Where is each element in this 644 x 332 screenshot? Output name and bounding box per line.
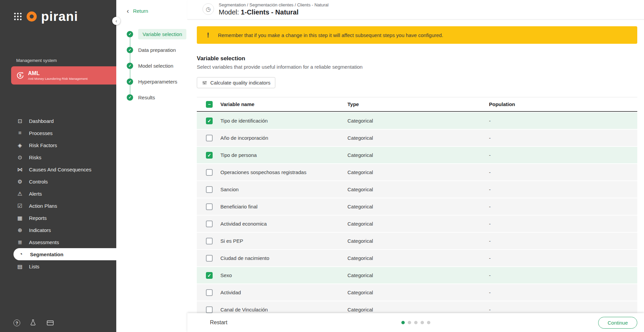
sidebar-item-label: Risks bbox=[29, 155, 41, 160]
row-variable-name: Ciudad de nacimiento bbox=[220, 255, 347, 261]
step-results[interactable]: ✓ Results bbox=[127, 90, 187, 105]
sidebar-item-causes-and-consequences[interactable]: ⋈ Causes And Consequences bbox=[0, 163, 116, 175]
row-checkbox[interactable] bbox=[206, 186, 213, 193]
row-variable-name: Beneficiario final bbox=[220, 204, 347, 209]
table-row[interactable]: Si es PEP Categorical - bbox=[197, 233, 637, 249]
sidebar-item-action-plans[interactable]: ☑ Action Plans bbox=[0, 200, 116, 212]
sidebar-item-controls[interactable]: ⚙ Controls bbox=[0, 175, 116, 188]
pagination-dot-5[interactable] bbox=[427, 321, 430, 324]
processes-icon: ≡ bbox=[17, 130, 23, 136]
card-icon[interactable] bbox=[47, 319, 54, 327]
sidebar-item-dashboard[interactable]: ⊡ Dashboard bbox=[0, 115, 116, 127]
row-population: - bbox=[489, 118, 637, 124]
table-row[interactable]: Año de incorporación Categorical - bbox=[197, 130, 637, 146]
table-row[interactable]: Actividad economica Categorical - bbox=[197, 215, 637, 232]
sidebar-item-reports[interactable]: ▦ Reports bbox=[0, 212, 116, 224]
column-header-variable-name[interactable]: Variable name bbox=[220, 101, 347, 107]
column-header-type[interactable]: Type bbox=[347, 101, 489, 107]
row-variable-name: Año de incorporación bbox=[220, 135, 347, 141]
row-population: - bbox=[489, 272, 637, 278]
sidebar-collapse-button[interactable]: ‹ bbox=[112, 17, 120, 25]
row-type: Categorical bbox=[347, 187, 489, 192]
sidebar-item-processes[interactable]: ≡ Processes bbox=[0, 127, 116, 139]
row-checkbox[interactable] bbox=[206, 135, 213, 141]
table-row[interactable]: Sancion Categorical - bbox=[197, 181, 637, 198]
sidebar-item-label: Segmentation bbox=[30, 252, 63, 257]
page-header: ◷ Segmentation / Segmentación clientes /… bbox=[187, 0, 644, 20]
table-row[interactable]: Tipo de identificación Categorical - bbox=[197, 112, 637, 129]
calculate-quality-button[interactable]: Calculate quality indicators bbox=[197, 77, 275, 88]
step-hyperparameters[interactable]: ✓ Hyperparameters bbox=[127, 74, 187, 90]
table-row[interactable]: Canal de Vinculación Categorical - bbox=[197, 301, 637, 313]
sidebar-item-risks[interactable]: ⊙ Risks bbox=[0, 151, 116, 163]
table-row[interactable]: Beneficiario final Categorical - bbox=[197, 198, 637, 215]
pagination-dot-2[interactable] bbox=[408, 321, 411, 324]
return-label: Return bbox=[133, 8, 148, 14]
row-checkbox[interactable] bbox=[206, 118, 213, 124]
table-row[interactable]: Actividad Categorical - bbox=[197, 284, 637, 301]
reports-icon: ▦ bbox=[17, 215, 23, 221]
row-checkbox[interactable] bbox=[206, 238, 213, 244]
table-row[interactable]: Ciudad de nacimiento Categorical - bbox=[197, 250, 637, 266]
row-checkbox[interactable] bbox=[206, 152, 213, 159]
step-model-selection[interactable]: ✓ Model selection bbox=[127, 58, 187, 74]
row-checkbox[interactable] bbox=[206, 272, 213, 279]
sidebar-item-risk-factors[interactable]: ◈ Risk Factors bbox=[0, 139, 116, 151]
row-type: Categorical bbox=[347, 135, 489, 141]
select-all-checkbox[interactable] bbox=[206, 101, 213, 108]
chevron-left-icon: ‹ bbox=[127, 7, 129, 14]
row-population: - bbox=[489, 135, 637, 141]
risks-icon: ⊙ bbox=[17, 154, 23, 161]
pagination-dot-3[interactable] bbox=[414, 321, 418, 324]
row-type: Categorical bbox=[347, 272, 489, 278]
sidebar-item-indicators[interactable]: ⊕ Indicators bbox=[0, 224, 116, 236]
step-check-icon: ✓ bbox=[127, 47, 133, 53]
breadcrumb[interactable]: Segmentation / Segmentación clientes / C… bbox=[219, 2, 329, 7]
row-variable-name: Actividad bbox=[220, 290, 347, 295]
row-population: - bbox=[489, 221, 637, 227]
variable-table: Variable name Type Population Tipo de id… bbox=[197, 97, 637, 313]
stepper-panel: ‹ Return ✓ Variable selection ✓ Data pre… bbox=[116, 0, 187, 332]
sidebar-item-label: Risk Factors bbox=[29, 142, 57, 148]
row-type: Categorical bbox=[347, 169, 489, 175]
pagination-dot-4[interactable] bbox=[421, 321, 424, 324]
row-checkbox[interactable] bbox=[206, 289, 213, 296]
return-button[interactable]: ‹ Return bbox=[116, 7, 187, 14]
sidebar-item-assessments[interactable]: ≣ Assessments bbox=[0, 236, 116, 248]
table-row[interactable]: Sexo Categorical - bbox=[197, 267, 637, 284]
table-row[interactable]: Tipo de persona Categorical - bbox=[197, 147, 637, 163]
brand-row: pirani bbox=[13, 10, 116, 23]
step-label: Data preparation bbox=[138, 47, 176, 53]
step-label: Model selection bbox=[138, 63, 173, 69]
controls-icon: ⚙ bbox=[17, 178, 23, 185]
sidebar-item-segmentation[interactable]: ◔ Segmentation bbox=[13, 248, 116, 260]
sidebar-item-alerts[interactable]: ⚠ Alerts bbox=[0, 188, 116, 200]
continue-button[interactable]: Continue bbox=[598, 317, 637, 329]
row-checkbox[interactable] bbox=[206, 203, 213, 210]
sidebar-item-lists[interactable]: ▤ Lists bbox=[0, 260, 116, 272]
row-type: Categorical bbox=[347, 255, 489, 261]
column-header-population[interactable]: Population bbox=[489, 101, 637, 107]
main-area: ◷ Segmentation / Segmentación clientes /… bbox=[187, 0, 644, 332]
sidebar-item-label: Causes And Consequences bbox=[29, 167, 91, 172]
pagination-dot-1[interactable] bbox=[401, 321, 405, 324]
row-checkbox[interactable] bbox=[206, 255, 213, 262]
row-checkbox[interactable] bbox=[206, 169, 213, 176]
step-data-preparation[interactable]: ✓ Data preparation bbox=[127, 42, 187, 58]
row-population: - bbox=[489, 255, 637, 261]
row-checkbox[interactable] bbox=[206, 221, 213, 227]
sidebar-menu: ⊡ Dashboard ≡ Processes ◈ Risk Factors ⊙… bbox=[0, 115, 116, 272]
lab-flask-icon[interactable] bbox=[30, 319, 37, 327]
row-variable-name: Sancion bbox=[220, 187, 347, 192]
table-row[interactable]: Operaciones sospechosas registradas Cate… bbox=[197, 164, 637, 180]
step-variable-selection[interactable]: ✓ Variable selection bbox=[127, 26, 187, 42]
row-variable-name: Tipo de identificación bbox=[220, 118, 347, 124]
calculate-quality-label: Calculate quality indicators bbox=[210, 80, 270, 86]
module-banner-aml[interactable]: $ AML Anti Money Laundering Risk Managem… bbox=[11, 66, 116, 85]
row-checkbox[interactable] bbox=[206, 306, 213, 313]
help-icon[interactable]: ? bbox=[13, 320, 20, 326]
restart-button[interactable]: Restart bbox=[210, 320, 227, 326]
row-variable-name: Operaciones sospechosas registradas bbox=[220, 169, 347, 175]
apps-grid-icon[interactable] bbox=[13, 12, 22, 21]
causes-consequences-icon: ⋈ bbox=[17, 166, 23, 173]
